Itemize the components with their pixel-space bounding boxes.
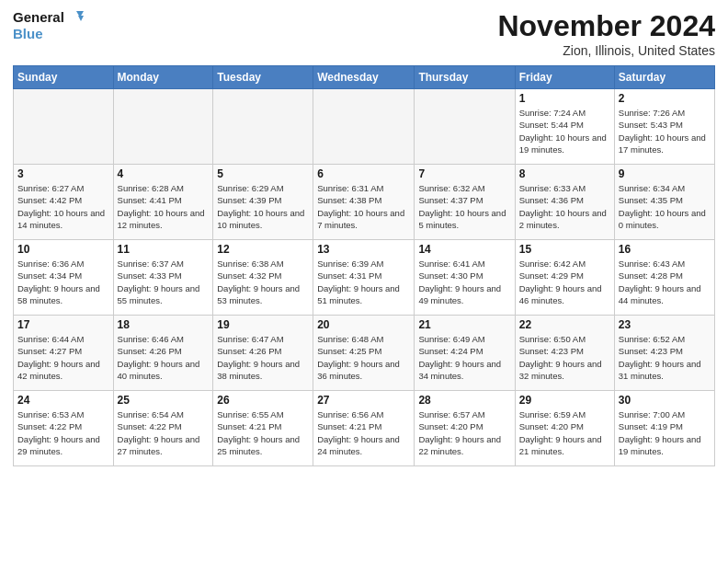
day-number: 21 xyxy=(418,318,510,331)
calendar-cell: 11Sunrise: 6:37 AMSunset: 4:33 PMDayligh… xyxy=(113,240,213,316)
logo: General Blue xyxy=(13,9,84,41)
day-number: 18 xyxy=(118,318,210,331)
month-year-title: November 2024 xyxy=(497,9,715,43)
day-info: Sunrise: 6:49 AMSunset: 4:24 PMDaylight:… xyxy=(418,333,510,382)
week-row-0: 1Sunrise: 7:24 AMSunset: 5:44 PMDaylight… xyxy=(14,89,715,165)
day-info: Sunrise: 7:26 AMSunset: 5:43 PMDaylight:… xyxy=(619,107,711,155)
day-info: Sunrise: 6:55 AMSunset: 4:21 PMDaylight:… xyxy=(217,408,309,457)
calendar-cell: 12Sunrise: 6:38 AMSunset: 4:32 PMDayligh… xyxy=(213,240,313,316)
day-info: Sunrise: 6:42 AMSunset: 4:29 PMDaylight:… xyxy=(519,258,610,306)
day-info: Sunrise: 6:53 AMSunset: 4:22 PMDaylight:… xyxy=(17,408,109,457)
location-subtitle: Zion, Illinois, United States xyxy=(497,43,715,58)
logo-blue: Blue xyxy=(13,26,84,41)
day-info: Sunrise: 6:47 AMSunset: 4:26 PMDaylight:… xyxy=(217,333,309,382)
week-row-2: 10Sunrise: 6:36 AMSunset: 4:34 PMDayligh… xyxy=(14,240,715,316)
day-info: Sunrise: 6:29 AMSunset: 4:39 PMDaylight:… xyxy=(217,182,309,231)
week-row-1: 3Sunrise: 6:27 AMSunset: 4:42 PMDaylight… xyxy=(14,165,715,240)
calendar-cell: 13Sunrise: 6:39 AMSunset: 4:31 PMDayligh… xyxy=(313,240,415,316)
calendar-cell: 28Sunrise: 6:57 AMSunset: 4:20 PMDayligh… xyxy=(415,391,515,466)
day-number: 14 xyxy=(418,243,510,256)
day-number: 13 xyxy=(317,243,410,256)
day-number: 28 xyxy=(418,394,510,407)
calendar-cell: 23Sunrise: 6:52 AMSunset: 4:23 PMDayligh… xyxy=(614,316,714,391)
day-number: 22 xyxy=(519,318,610,331)
day-info: Sunrise: 6:38 AMSunset: 4:32 PMDaylight:… xyxy=(217,258,309,306)
calendar-cell: 1Sunrise: 7:24 AMSunset: 5:44 PMDaylight… xyxy=(515,89,614,165)
title-block: November 2024 Zion, Illinois, United Sta… xyxy=(497,9,715,58)
header-thursday: Thursday xyxy=(415,66,515,89)
calendar-cell: 4Sunrise: 6:28 AMSunset: 4:41 PMDaylight… xyxy=(113,165,213,240)
day-number: 10 xyxy=(17,243,109,256)
logo-bird-icon xyxy=(67,9,84,26)
day-info: Sunrise: 6:33 AMSunset: 4:36 PMDaylight:… xyxy=(519,182,610,231)
svg-marker-1 xyxy=(78,16,84,21)
day-info: Sunrise: 6:39 AMSunset: 4:31 PMDaylight:… xyxy=(317,258,410,306)
calendar-cell: 26Sunrise: 6:55 AMSunset: 4:21 PMDayligh… xyxy=(213,391,313,466)
day-info: Sunrise: 6:36 AMSunset: 4:34 PMDaylight:… xyxy=(17,258,109,306)
day-number: 12 xyxy=(217,243,309,256)
header-sunday: Sunday xyxy=(14,66,114,89)
day-number: 16 xyxy=(619,243,711,256)
day-info: Sunrise: 6:50 AMSunset: 4:23 PMDaylight:… xyxy=(519,333,610,382)
day-number: 26 xyxy=(217,394,309,407)
calendar-cell: 6Sunrise: 6:31 AMSunset: 4:38 PMDaylight… xyxy=(313,165,415,240)
day-info: Sunrise: 6:44 AMSunset: 4:27 PMDaylight:… xyxy=(17,333,109,382)
calendar-cell: 16Sunrise: 6:43 AMSunset: 4:28 PMDayligh… xyxy=(614,240,714,316)
calendar-cell: 18Sunrise: 6:46 AMSunset: 4:26 PMDayligh… xyxy=(113,316,213,391)
weekday-header-row: Sunday Monday Tuesday Wednesday Thursday… xyxy=(14,66,715,89)
calendar-cell: 9Sunrise: 6:34 AMSunset: 4:35 PMDaylight… xyxy=(614,165,714,240)
day-number: 4 xyxy=(118,167,210,180)
day-info: Sunrise: 6:32 AMSunset: 4:37 PMDaylight:… xyxy=(418,182,510,231)
day-number: 29 xyxy=(519,394,610,407)
calendar-cell: 19Sunrise: 6:47 AMSunset: 4:26 PMDayligh… xyxy=(213,316,313,391)
calendar-cell: 20Sunrise: 6:48 AMSunset: 4:25 PMDayligh… xyxy=(313,316,415,391)
day-number: 27 xyxy=(317,394,410,407)
week-row-4: 24Sunrise: 6:53 AMSunset: 4:22 PMDayligh… xyxy=(14,391,715,466)
day-info: Sunrise: 6:43 AMSunset: 4:28 PMDaylight:… xyxy=(619,258,711,306)
calendar-cell: 3Sunrise: 6:27 AMSunset: 4:42 PMDaylight… xyxy=(14,165,114,240)
header-wednesday: Wednesday xyxy=(313,66,415,89)
day-number: 2 xyxy=(619,92,711,105)
day-number: 1 xyxy=(519,92,610,105)
calendar-cell: 22Sunrise: 6:50 AMSunset: 4:23 PMDayligh… xyxy=(515,316,614,391)
calendar-cell: 10Sunrise: 6:36 AMSunset: 4:34 PMDayligh… xyxy=(14,240,114,316)
day-number: 30 xyxy=(619,394,711,407)
header-monday: Monday xyxy=(113,66,213,89)
week-row-3: 17Sunrise: 6:44 AMSunset: 4:27 PMDayligh… xyxy=(14,316,715,391)
calendar-cell xyxy=(213,89,313,165)
day-info: Sunrise: 6:31 AMSunset: 4:38 PMDaylight:… xyxy=(317,182,410,231)
logo-general: General xyxy=(13,9,64,25)
calendar-cell: 21Sunrise: 6:49 AMSunset: 4:24 PMDayligh… xyxy=(415,316,515,391)
day-info: Sunrise: 6:37 AMSunset: 4:33 PMDaylight:… xyxy=(118,258,210,306)
header-tuesday: Tuesday xyxy=(213,66,313,89)
calendar-cell xyxy=(415,89,515,165)
day-info: Sunrise: 6:34 AMSunset: 4:35 PMDaylight:… xyxy=(619,182,711,231)
day-info: Sunrise: 6:48 AMSunset: 4:25 PMDaylight:… xyxy=(317,333,410,382)
day-info: Sunrise: 7:00 AMSunset: 4:19 PMDaylight:… xyxy=(619,408,711,457)
calendar-cell xyxy=(14,89,114,165)
calendar-cell: 14Sunrise: 6:41 AMSunset: 4:30 PMDayligh… xyxy=(415,240,515,316)
day-number: 24 xyxy=(17,394,109,407)
day-info: Sunrise: 6:28 AMSunset: 4:41 PMDaylight:… xyxy=(118,182,210,231)
day-number: 20 xyxy=(317,318,410,331)
day-info: Sunrise: 6:41 AMSunset: 4:30 PMDaylight:… xyxy=(418,258,510,306)
calendar-cell xyxy=(313,89,415,165)
calendar-table: Sunday Monday Tuesday Wednesday Thursday… xyxy=(13,65,715,466)
day-info: Sunrise: 7:24 AMSunset: 5:44 PMDaylight:… xyxy=(519,107,610,155)
day-info: Sunrise: 6:59 AMSunset: 4:20 PMDaylight:… xyxy=(519,408,610,457)
day-number: 3 xyxy=(17,167,109,180)
calendar-cell: 8Sunrise: 6:33 AMSunset: 4:36 PMDaylight… xyxy=(515,165,614,240)
day-number: 23 xyxy=(619,318,711,331)
day-number: 7 xyxy=(418,167,510,180)
day-number: 8 xyxy=(519,167,610,180)
calendar-cell: 29Sunrise: 6:59 AMSunset: 4:20 PMDayligh… xyxy=(515,391,614,466)
day-number: 9 xyxy=(619,167,711,180)
day-number: 11 xyxy=(118,243,210,256)
day-info: Sunrise: 6:57 AMSunset: 4:20 PMDaylight:… xyxy=(418,408,510,457)
day-info: Sunrise: 6:54 AMSunset: 4:22 PMDaylight:… xyxy=(118,408,210,457)
day-number: 15 xyxy=(519,243,610,256)
calendar-cell: 30Sunrise: 7:00 AMSunset: 4:19 PMDayligh… xyxy=(614,391,714,466)
day-number: 17 xyxy=(17,318,109,331)
calendar-cell: 24Sunrise: 6:53 AMSunset: 4:22 PMDayligh… xyxy=(14,391,114,466)
day-number: 6 xyxy=(317,167,410,180)
